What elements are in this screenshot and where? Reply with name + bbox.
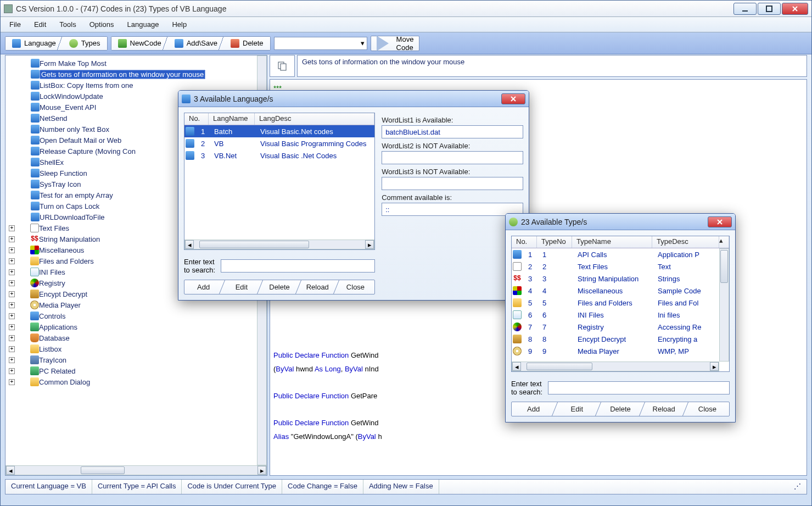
scroll-left-icon[interactable]: ◂	[6, 466, 15, 475]
list-row[interactable]: 77RegistryAccessing Re	[512, 321, 729, 333]
language-button[interactable]: Language	[5, 37, 63, 50]
lang-close-button[interactable]: Close	[337, 280, 374, 294]
list-row[interactable]: 22Text FilesText	[512, 260, 729, 273]
lang-delete-button[interactable]: Delete	[260, 280, 298, 294]
tree-branch[interactable]: + Controls	[7, 310, 256, 321]
expand-icon[interactable]: +	[9, 324, 15, 330]
types-reload-button[interactable]: Reload	[642, 402, 686, 416]
wordlist1-input[interactable]	[382, 125, 523, 138]
menu-help[interactable]: Help	[166, 19, 192, 30]
expand-icon[interactable]: +	[9, 291, 15, 297]
wordlist2-input[interactable]	[382, 151, 523, 164]
types-lv-scroll-h[interactable]: ◂ ▸	[512, 362, 719, 371]
tree-branch[interactable]: + Applications	[7, 321, 256, 332]
list-row[interactable]: 1BatchVisual Basic.Net codes	[184, 125, 374, 137]
expand-icon[interactable]: +	[9, 236, 15, 242]
types-edit-button[interactable]: Edit	[555, 402, 598, 416]
expand-icon[interactable]: +	[9, 368, 15, 374]
expand-icon[interactable]: +	[9, 313, 15, 319]
tree-item[interactable]: ListBox: Copy Items from one	[7, 80, 256, 91]
expand-icon[interactable]: +	[9, 357, 15, 363]
tree-branch[interactable]: + PC Related	[7, 365, 256, 376]
types-add-button[interactable]: Add	[512, 402, 555, 416]
list-row[interactable]: 66INI FilesIni files	[512, 309, 729, 321]
language-dialog-close-button[interactable]	[501, 93, 525, 104]
move-code-button[interactable]: Move Code	[371, 36, 420, 51]
list-row[interactable]: 88Encypt DecryptEncrypting a	[512, 333, 729, 345]
expand-icon[interactable]: +	[9, 335, 15, 341]
tree-item[interactable]: Form Make Top Most	[7, 58, 256, 69]
tree-branch[interactable]: + TrayIcon	[7, 354, 256, 365]
tree-scrollbar-h[interactable]: ◂ ▸	[5, 465, 267, 475]
language-listview[interactable]: No. LangName LangDesc 1BatchVisual Basic…	[184, 113, 375, 250]
language-lv-scroll[interactable]: ◂ ▸	[184, 240, 374, 249]
scroll-right-icon[interactable]: ▸	[257, 466, 266, 475]
lang-add-button[interactable]: Add	[184, 280, 222, 294]
types-dialog-titlebar[interactable]: 23 Available Type/s	[506, 214, 735, 230]
scroll-thumb[interactable]	[199, 241, 309, 248]
code-combo[interactable]: ▾	[274, 37, 367, 50]
scroll-right-icon[interactable]: ▸	[710, 362, 719, 371]
lang-edit-button[interactable]: Edit	[222, 280, 260, 294]
expand-icon[interactable]: +	[9, 346, 15, 352]
lv-col-typeno[interactable]: TypeNo	[537, 236, 572, 248]
list-row[interactable]: 99Media PlayerWMP, MP	[512, 345, 729, 357]
tree-item[interactable]: Gets tons of information on the window y…	[7, 69, 256, 80]
language-search-input[interactable]	[221, 259, 375, 273]
tree-branch[interactable]: + Media Player	[7, 299, 256, 310]
newcode-button[interactable]: NewCode	[111, 37, 168, 50]
lv-col-typename[interactable]: TypeName	[572, 236, 652, 248]
types-lv-scroll-v[interactable]	[719, 248, 729, 362]
tree-branch[interactable]: + Database	[7, 332, 256, 343]
scroll-left-icon[interactable]: ◂	[512, 362, 521, 371]
language-dialog-titlebar[interactable]: 3 Available Language/s	[178, 91, 529, 107]
expand-icon[interactable]: +	[9, 379, 15, 385]
expand-icon[interactable]: +	[9, 302, 15, 308]
menu-options[interactable]: Options	[84, 19, 120, 30]
types-delete-button[interactable]: Delete	[598, 402, 642, 416]
menu-tools[interactable]: Tools	[54, 19, 81, 30]
menu-language[interactable]: Language	[122, 19, 165, 30]
lv-col-langname[interactable]: LangName	[209, 113, 255, 125]
close-button[interactable]	[782, 3, 808, 15]
expand-icon[interactable]: +	[9, 247, 15, 253]
list-row[interactable]: 55Files and FoldersFiles and Fol	[512, 297, 729, 309]
scroll-right-icon[interactable]: ▸	[365, 240, 374, 249]
types-button[interactable]: Types	[63, 37, 107, 50]
list-row[interactable]: $$33String ManipulationStrings	[512, 273, 729, 285]
resize-grip[interactable]: ⋰	[788, 480, 807, 494]
lv-col-typedesc[interactable]: TypeDesc	[652, 236, 719, 248]
tree-branch[interactable]: + Common Dialog	[7, 376, 256, 387]
scroll-thumb-v[interactable]	[720, 250, 728, 283]
lv-col-no[interactable]: No.	[512, 236, 537, 248]
scroll-thumb[interactable]	[527, 363, 592, 370]
list-row[interactable]: 3VB.NetVisual Basic .Net Codes	[184, 149, 374, 162]
types-close-button[interactable]: Close	[686, 402, 729, 416]
expand-icon[interactable]: +	[9, 269, 15, 275]
main-titlebar[interactable]: CS Version 1.0.0 - (747) Codes in (23) T…	[1, 1, 811, 17]
maximize-button[interactable]	[758, 3, 781, 15]
tree-branch[interactable]: + Listbox	[7, 343, 256, 354]
types-search-input[interactable]	[548, 381, 730, 394]
comment-input[interactable]	[382, 203, 523, 216]
addsave-button[interactable]: Add\Save	[168, 37, 224, 50]
list-row[interactable]: 11API CallsApplication P	[512, 248, 729, 260]
delete-button[interactable]: Delete	[224, 37, 270, 50]
types-listview[interactable]: No. TypeNo TypeName TypeDesc ▴ 11API Cal…	[511, 236, 730, 372]
lang-reload-button[interactable]: Reload	[299, 280, 337, 294]
expand-icon[interactable]: +	[9, 258, 15, 264]
wordlist3-input[interactable]	[382, 177, 523, 190]
minimize-button[interactable]	[733, 3, 757, 15]
scroll-left-icon[interactable]: ◂	[185, 240, 194, 249]
expand-icon[interactable]: +	[9, 280, 15, 286]
lv-col-langdesc[interactable]: LangDesc	[255, 113, 374, 125]
types-dialog-close-button[interactable]	[708, 216, 732, 227]
expand-icon[interactable]: +	[9, 225, 15, 231]
menu-file[interactable]: File	[4, 19, 26, 30]
list-row[interactable]: 2VBVisual Basic Programming Codes	[184, 137, 374, 149]
copy-button[interactable]	[270, 55, 295, 77]
scroll-thumb[interactable]	[81, 466, 125, 474]
menu-edit[interactable]: Edit	[29, 19, 52, 30]
lv-col-no[interactable]: No.	[184, 113, 209, 125]
list-row[interactable]: 44MiscellaneousSample Code	[512, 285, 729, 297]
